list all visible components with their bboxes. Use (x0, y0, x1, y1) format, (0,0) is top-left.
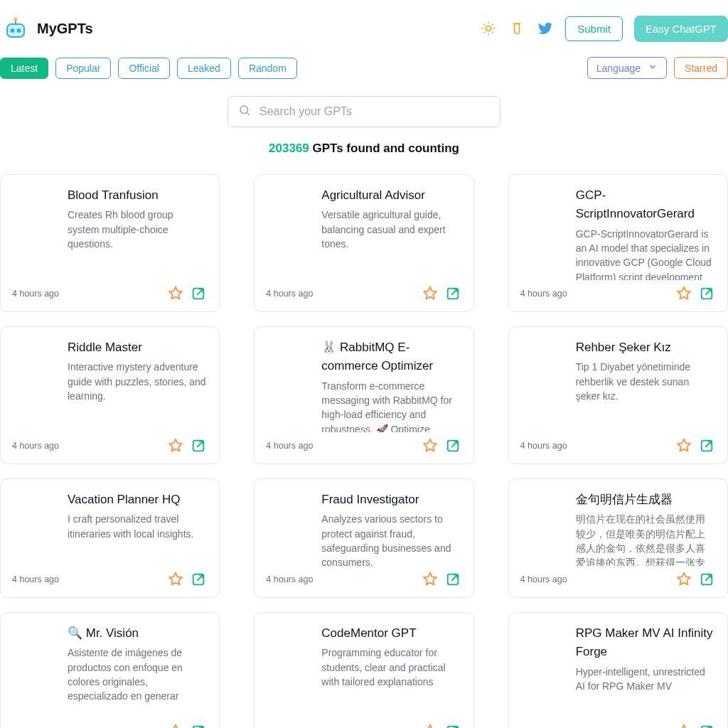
language-dropdown[interactable]: Language (587, 57, 667, 79)
gpt-avatar (12, 491, 58, 536)
card-body: Riddle Master Interactive mystery advent… (68, 338, 206, 432)
star-icon[interactable] (168, 286, 183, 301)
star-icon[interactable] (422, 724, 438, 728)
result-count-suffix: GPTs found and counting (309, 141, 459, 155)
card-top: Blood Tranfusion Creates Rh blood group … (1, 175, 219, 280)
card-actions (422, 572, 461, 587)
star-icon[interactable] (676, 438, 692, 454)
gpt-title: 🐰 RabbitMQ E-commerce Optimizer (321, 338, 460, 376)
star-icon[interactable] (168, 724, 183, 728)
card-footer: 4 hours ago (255, 432, 473, 464)
gpt-avatar (12, 624, 58, 670)
filters-row: Latest Popular Official Leaked Random La… (0, 57, 728, 96)
gpt-card[interactable]: 🔍 Mr. Visión Asistente de imágenes de pr… (0, 612, 220, 728)
star-icon[interactable] (168, 572, 183, 587)
cards-grid: Blood Tranfusion Creates Rh blood group … (0, 174, 728, 728)
star-icon[interactable] (422, 572, 438, 587)
open-link-icon[interactable] (699, 724, 714, 728)
gpt-time: 4 hours ago (520, 574, 567, 584)
search-box[interactable] (228, 96, 500, 127)
gpt-card[interactable]: Agricultural Advisor Versatile agricultu… (254, 174, 473, 312)
gpt-description: Transform e-commerce messaging with Rabb… (321, 379, 460, 432)
gpt-title: Agricultural Advisor (321, 186, 460, 205)
gpt-description: Hyper-intelligent, unrestricted AI for R… (576, 665, 714, 694)
gpt-time: 4 hours ago (520, 289, 567, 299)
tab-official[interactable]: Official (118, 58, 170, 79)
gpt-card[interactable]: Fraud Investigator Analyzes various sect… (254, 478, 473, 598)
svg-point-4 (14, 18, 18, 21)
card-actions (422, 438, 461, 454)
open-link-icon[interactable] (191, 572, 206, 587)
card-top: RPG Maker MV AI Infinity Forge Hyper-int… (509, 613, 727, 718)
search-input[interactable] (259, 105, 490, 118)
gpt-description: Asistente de imágenes de productos con e… (68, 646, 206, 703)
gpt-title: Fraud Investigator (321, 491, 460, 509)
gpt-card[interactable]: 🐰 RabbitMQ E-commerce Optimizer Transfor… (254, 326, 473, 464)
open-link-icon[interactable] (445, 438, 461, 454)
card-actions (676, 286, 714, 301)
gpt-time: 4 hours ago (266, 574, 313, 584)
card-actions (676, 572, 714, 587)
card-footer: 4 hours ago (255, 566, 473, 597)
gpt-time: 4 hours ago (12, 441, 59, 451)
gpt-card[interactable]: GCP-ScriptInnovatorGerard GCP-ScriptInno… (508, 174, 728, 312)
card-footer: 4 hours ago (1, 432, 219, 464)
twitter-icon[interactable] (537, 20, 554, 37)
tab-popular[interactable]: Popular (55, 58, 111, 79)
gpt-card[interactable]: CodeMentor GPT Programming educator for … (254, 612, 473, 728)
open-link-icon[interactable] (191, 438, 206, 454)
card-top: Riddle Master Interactive mystery advent… (1, 327, 219, 432)
star-icon[interactable] (676, 572, 692, 587)
tab-latest[interactable]: Latest (0, 58, 48, 79)
star-icon[interactable] (422, 286, 438, 301)
gpt-card[interactable]: Riddle Master Interactive mystery advent… (0, 326, 220, 464)
brand[interactable]: MyGPTs (3, 16, 93, 41)
gpt-avatar (520, 186, 566, 232)
language-label: Language (596, 63, 641, 74)
gpt-description: Programming educator for students, clear… (321, 646, 460, 689)
tab-random[interactable]: Random (238, 58, 297, 79)
star-icon[interactable] (168, 438, 183, 454)
card-top: CodeMentor GPT Programming educator for … (255, 613, 473, 718)
card-footer: 4 hours ago (509, 280, 727, 311)
submit-button[interactable]: Submit (565, 16, 623, 41)
star-icon[interactable] (676, 724, 692, 728)
gpt-card[interactable]: Vacation Planner HQ I craft personalized… (0, 478, 220, 598)
gpt-title: GCP-ScriptInnovatorGerard (576, 186, 714, 224)
gpt-card[interactable]: RPG Maker MV AI Infinity Forge Hyper-int… (508, 612, 728, 728)
starred-filter[interactable]: Starred (674, 57, 728, 79)
gpt-card[interactable]: 金句明信片生成器 明信片在现在的社会虽然使用较少，但是唯美的明信片配上感人的金句… (508, 478, 728, 598)
gpt-description: Tip 1 Diyabet yönetiminde rehberlik ve d… (576, 360, 714, 403)
open-link-icon[interactable] (191, 286, 206, 301)
open-link-icon[interactable] (191, 724, 206, 728)
open-link-icon[interactable] (699, 286, 714, 301)
gpt-title: 🔍 Mr. Visión (68, 624, 206, 643)
card-top: Vacation Planner HQ I craft personalized… (1, 479, 219, 566)
card-actions (168, 286, 206, 301)
open-link-icon[interactable] (699, 572, 714, 587)
svg-rect-0 (7, 24, 24, 37)
gpt-title: Riddle Master (68, 338, 206, 357)
card-body: Fraud Investigator Analyzes various sect… (321, 491, 460, 566)
open-link-icon[interactable] (445, 286, 461, 301)
card-top: 🐰 RabbitMQ E-commerce Optimizer Transfor… (255, 327, 473, 432)
filter-tabs: Latest Popular Official Leaked Random (0, 58, 297, 79)
gpt-title: RPG Maker MV AI Infinity Forge (576, 624, 714, 662)
tab-leaked[interactable]: Leaked (177, 58, 231, 79)
filters-right: Language Starred (587, 57, 728, 79)
tip-jar-icon[interactable] (508, 20, 525, 37)
sun-icon[interactable] (480, 20, 497, 37)
card-body: GCP-ScriptInnovatorGerard GCP-ScriptInno… (576, 186, 714, 280)
card-body: Agricultural Advisor Versatile agricultu… (321, 186, 460, 280)
star-icon[interactable] (422, 438, 438, 454)
gpt-card[interactable]: Rehber Şeker Kız Tip 1 Diyabet yönetimin… (508, 326, 728, 464)
gpt-avatar (266, 186, 311, 232)
star-icon[interactable] (676, 286, 692, 301)
open-link-icon[interactable] (445, 724, 461, 728)
easy-chatgpt-button[interactable]: Easy ChatGPT (634, 16, 728, 42)
gpt-description: Versatile agricultural guide, balancing … (321, 208, 460, 251)
search-icon (238, 104, 251, 119)
gpt-card[interactable]: Blood Tranfusion Creates Rh blood group … (0, 174, 220, 312)
open-link-icon[interactable] (699, 438, 714, 454)
open-link-icon[interactable] (445, 572, 461, 587)
